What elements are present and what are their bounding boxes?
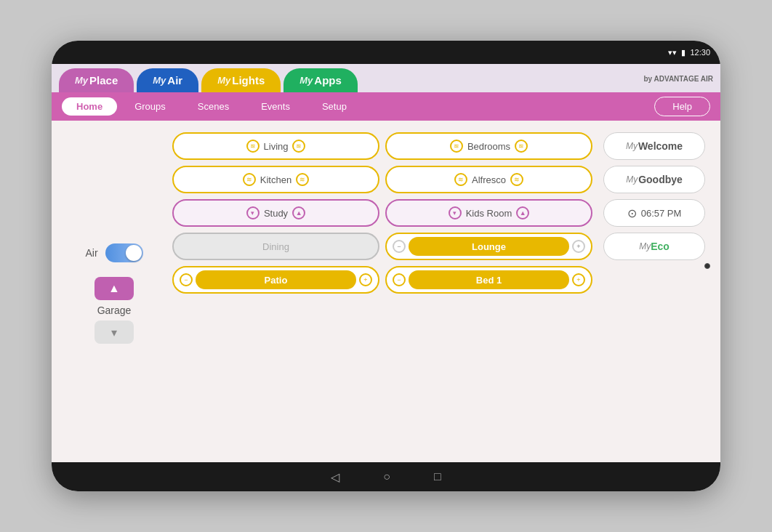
eco-my-prefix: My <box>639 241 651 251</box>
room-patio[interactable]: − Patio + <box>172 266 379 294</box>
tab-myair[interactable]: My Air <box>137 68 198 92</box>
myapps-prefix: My <box>299 75 313 86</box>
room-living[interactable]: ≋ Living ≋ <box>172 132 379 160</box>
lounge-label: Lounge <box>409 237 569 256</box>
home-button[interactable]: ○ <box>383 470 390 483</box>
mygoodbye-button[interactable]: My Goodbye <box>603 166 705 193</box>
recent-button[interactable]: □ <box>434 470 441 483</box>
center-grid: ≋ Living ≋ ≋ Bedrooms ≋ ≋ Kitchen ≋ <box>172 132 592 455</box>
bed1-icon-right: + <box>572 273 585 286</box>
room-kidsroom[interactable]: ▾ Kids Room ▲ <box>385 199 592 227</box>
patio-icon-left: − <box>180 273 193 286</box>
kitchen-icon-right: ≋ <box>296 173 309 186</box>
bedrooms-icon-right: ≋ <box>515 140 528 153</box>
bed1-icon-left: − <box>393 273 406 286</box>
air-toggle-row: Air <box>85 243 142 262</box>
myair-label: Air <box>167 74 182 86</box>
subnav-events[interactable]: Events <box>246 97 305 116</box>
kidsroom-icon-left: ▾ <box>449 206 462 219</box>
bed1-label: Bed 1 <box>409 270 569 289</box>
brand-logo: by ADVANTAGE AIR <box>643 75 713 86</box>
goodbye-label: Goodbye <box>638 174 683 185</box>
mylights-label: Lights <box>232 74 265 86</box>
tablet-device: ▾▾ ▮ 12:30 My Place My Air My Lights My … <box>52 41 720 491</box>
room-kitchen[interactable]: ≋ Kitchen ≋ <box>172 166 379 193</box>
sub-nav: Home Groups Scenes Events Setup Help <box>52 92 720 121</box>
alfresco-icon: ≋ <box>454 173 467 186</box>
myplace-label: Place <box>89 74 118 86</box>
air-toggle[interactable] <box>105 243 143 262</box>
kitchen-label: Kitchen <box>260 174 291 185</box>
mylights-prefix: My <box>217 75 230 86</box>
back-button[interactable]: ◁ <box>331 470 339 484</box>
time-value: 06:57 PM <box>641 208 682 219</box>
wifi-icon: ▾▾ <box>668 48 677 57</box>
status-icons: ▾▾ ▮ 12:30 <box>668 48 710 57</box>
lounge-icon-right: + <box>572 240 585 253</box>
room-lounge[interactable]: − Lounge + <box>385 233 592 260</box>
myplace-prefix: My <box>75 75 88 86</box>
study-label: Study <box>264 208 288 219</box>
patio-icon-right: + <box>359 273 372 286</box>
screen: My Place My Air My Lights My Apps by ADV… <box>52 64 720 462</box>
bottom-bar: ◁ ○ □ <box>52 462 720 491</box>
subnav-groups[interactable]: Groups <box>120 97 180 116</box>
living-label: Living <box>264 141 289 152</box>
room-dining[interactable]: Dining <box>172 233 379 260</box>
tab-myapps[interactable]: My Apps <box>284 68 358 92</box>
down-arrow-icon: ▾ <box>111 326 117 339</box>
right-panel: My Welcome My Goodbye ⊙ 06:57 PM My Eco <box>600 132 709 455</box>
camera-bump <box>704 263 710 269</box>
toggle-knob <box>126 245 142 261</box>
study-icon-right: ▲ <box>292 206 305 219</box>
myapps-label: Apps <box>314 74 342 86</box>
kidsroom-label: Kids Room <box>466 208 512 219</box>
study-icon-left: ▾ <box>246 206 260 219</box>
subnav-home[interactable]: Home <box>62 97 117 116</box>
subnav-scenes[interactable]: Scenes <box>183 97 244 116</box>
clock-icon: ⊙ <box>627 206 637 220</box>
living-icon-right: ≋ <box>292 140 305 153</box>
help-button[interactable]: Help <box>654 97 710 116</box>
kidsroom-icon-right: ▲ <box>516 206 529 219</box>
status-bar: ▾▾ ▮ 12:30 <box>52 41 720 64</box>
alfresco-label: Alfresco <box>472 174 506 185</box>
patio-label: Patio <box>196 270 356 289</box>
garage-down-button[interactable]: ▾ <box>95 321 134 344</box>
battery-icon: ▮ <box>681 48 685 57</box>
lounge-icon-left: − <box>393 240 406 253</box>
myeco-button[interactable]: My Eco <box>603 233 705 260</box>
tab-myplace[interactable]: My Place <box>59 68 134 92</box>
living-icon: ≋ <box>246 140 260 153</box>
time-widget: ⊙ 06:57 PM <box>603 199 705 227</box>
time-display-status: 12:30 <box>690 48 710 57</box>
myair-prefix: My <box>153 75 166 86</box>
dining-label: Dining <box>262 241 289 252</box>
bedrooms-label: Bedrooms <box>467 141 510 152</box>
goodbye-my-prefix: My <box>626 174 638 185</box>
garage-up-button[interactable]: ▲ <box>95 277 134 300</box>
top-tabs: My Place My Air My Lights My Apps by ADV… <box>52 64 720 92</box>
room-bedrooms[interactable]: ≋ Bedrooms ≋ <box>385 132 592 160</box>
room-study[interactable]: ▾ Study ▲ <box>172 199 379 227</box>
left-panel: Air ▲ Garage ▾ <box>63 132 165 455</box>
bedrooms-icon: ≋ <box>450 140 463 153</box>
welcome-my-prefix: My <box>626 141 638 151</box>
welcome-label: Welcome <box>638 140 683 152</box>
up-arrow-icon: ▲ <box>108 282 120 295</box>
room-bed1[interactable]: − Bed 1 + <box>385 266 592 294</box>
mywelcome-button[interactable]: My Welcome <box>603 132 705 160</box>
room-alfresco[interactable]: ≋ Alfresco ≋ <box>385 166 592 193</box>
alfresco-icon-right: ≋ <box>510 173 523 186</box>
eco-label: Eco <box>651 241 670 252</box>
garage-label: Garage <box>97 305 132 316</box>
main-content: Air ▲ Garage ▾ <box>52 121 720 462</box>
garage-section: ▲ Garage ▾ <box>95 277 134 344</box>
kitchen-icon: ≋ <box>243 173 256 186</box>
subnav-setup[interactable]: Setup <box>307 97 361 116</box>
air-label: Air <box>85 247 97 259</box>
tab-mylights[interactable]: My Lights <box>201 68 281 92</box>
